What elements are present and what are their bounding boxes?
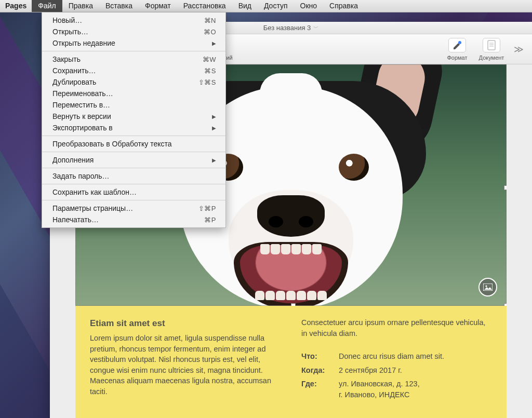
menu-separator [42,200,225,200]
menu-item-shortcut: ⌘O [204,28,216,36]
facts-list: Что: Donec arcu risus diam amet sit. Ког… [301,351,492,400]
fact-where-line1: ул. Ивановская, д. 123, [339,379,420,389]
fact-where[interactable]: Где: ул. Ивановская, д. 123, г. Иваново,… [301,379,492,400]
toolbar-document-label: Документ [479,55,504,61]
menu-item-label: Сохранить… [52,66,96,75]
menu-item-вернуть-к-версии[interactable]: Вернуть к версии [42,111,225,122]
svg-rect-9 [488,41,495,50]
fact-when-label: Когда: [301,365,339,376]
menu-view[interactable]: Вид [232,0,258,12]
menu-item-открыть-недавние[interactable]: Открыть недавние [42,37,225,49]
menu-item-label: Переименовать… [52,89,113,98]
menu-item-сохранить-как-шаблон-[interactable]: Сохранить как шаблон… [42,186,225,198]
menu-item-shortcut: ⇧⌘P [198,205,216,212]
menu-item-параметры-страницы-[interactable]: Параметры страницы…⇧⌘P [42,203,225,214]
info-right-intro[interactable]: Consectetuer arcu ipsum ornare pellentes… [301,317,492,339]
fact-where-label: Где: [301,379,339,400]
menu-item-преобразовать-в-обработку-текста[interactable]: Преобразовать в Обработку текста [42,138,225,150]
menu-help[interactable]: Справка [323,0,364,12]
toolbar-document-button[interactable]: Документ [476,38,507,61]
menu-item-новый-[interactable]: Новый…⌘N [42,15,225,26]
menu-item-shortcut: ⌘W [203,56,216,63]
menu-item-label: Вернуть к версии [52,112,111,120]
menu-separator [42,168,225,168]
menu-item-экспортировать-в[interactable]: Экспортировать в [42,122,225,133]
brush-icon [448,38,466,52]
menu-separator [42,136,225,136]
menu-item-переместить-в-[interactable]: Переместить в… [42,99,225,111]
toolbar-format-button[interactable]: Формат [442,38,472,61]
info-right-column: Consectetuer arcu ipsum ornare pellentes… [301,317,492,403]
chevron-down-icon: ﹀ [313,24,318,32]
menu-format[interactable]: Формат [139,0,177,12]
menu-bar: Pages Файл Правка Вставка Формат Расстан… [0,0,532,12]
file-menu-dropdown: Новый…⌘NОткрыть…⌘OОткрыть недавниеЗакрыт… [42,12,226,228]
menu-item-label: Преобразовать в Обработку текста [52,140,172,148]
fact-what[interactable]: Что: Donec arcu risus diam amet sit. [301,351,492,362]
menu-item-label: Открыть… [52,28,88,36]
menu-item-label: Новый… [52,16,82,24]
menu-item-label: Дополнения [52,156,94,164]
menu-separator [42,51,225,51]
menu-separator [42,184,225,184]
info-panel[interactable]: Etiam sit amet est Lorem ipsum dolor sit… [75,306,507,418]
toolbar-format-label: Формат [447,55,467,61]
menu-item-напечатать-[interactable]: Напечатать…⌘P [42,214,225,225]
menu-item-label: Закрыть [52,55,81,63]
menu-item-задать-пароль-[interactable]: Задать пароль… [42,170,225,182]
menu-edit[interactable]: Правка [62,0,99,12]
menu-item-сохранить-[interactable]: Сохранить…⌘S [42,65,225,76]
info-left-column: Etiam sit amet est Lorem ipsum dolor sit… [90,317,281,403]
menu-item-label: Переместить в… [52,101,110,109]
fact-when-value: 2 сентября 2017 г. [339,365,402,376]
image-replace-button[interactable] [478,278,497,296]
svg-point-8 [458,41,461,44]
fact-when[interactable]: Когда: 2 сентября 2017 г. [301,365,492,376]
menu-item-закрыть[interactable]: Закрыть⌘W [42,53,225,65]
document-icon [483,38,500,52]
svg-point-14 [485,285,487,287]
menu-item-дополнения[interactable]: Дополнения [42,154,225,166]
menu-item-label: Дублировать [52,78,96,86]
fact-where-line2: г. Иваново, ИНДЕКС [339,389,420,400]
toolbar-overflow-button[interactable]: ≫ [511,44,527,55]
fact-what-label: Что: [301,351,339,362]
menu-insert[interactable]: Вставка [99,0,139,12]
menu-item-label: Параметры страницы… [52,204,133,212]
menu-item-shortcut: ⌘N [204,17,216,24]
menu-item-label: Сохранить как шаблон… [52,188,137,196]
menu-share[interactable]: Доступ [258,0,294,12]
menu-item-label: Экспортировать в [52,124,113,132]
menu-arrange[interactable]: Расстановка [177,0,232,12]
menu-item-дублировать[interactable]: Дублировать⇧⌘S [42,76,225,88]
fact-what-value: Donec arcu risus diam amet sit. [339,351,444,362]
info-left-body[interactable]: Lorem ipsum dolor sit amet, ligula suspe… [90,333,281,397]
info-heading[interactable]: Etiam sit amet est [90,317,281,330]
menu-item-переименовать-[interactable]: Переименовать… [42,88,225,99]
menu-separator [42,152,225,152]
picture-icon [483,284,493,291]
menu-item-shortcut: ⌘P [204,216,216,224]
menu-item-label: Задать пароль… [52,172,110,180]
menu-item-label: Открыть недавние [52,39,115,47]
menu-item-открыть-[interactable]: Открыть…⌘O [42,26,225,37]
window-title: Без названия 3 [263,24,311,32]
menu-item-shortcut: ⇧⌘S [198,78,216,86]
menu-item-shortcut: ⌘S [204,67,216,75]
menu-file[interactable]: Файл [32,0,62,12]
menu-item-label: Напечатать… [52,215,99,224]
app-name[interactable]: Pages [5,0,32,12]
menu-window[interactable]: Окно [294,0,324,12]
